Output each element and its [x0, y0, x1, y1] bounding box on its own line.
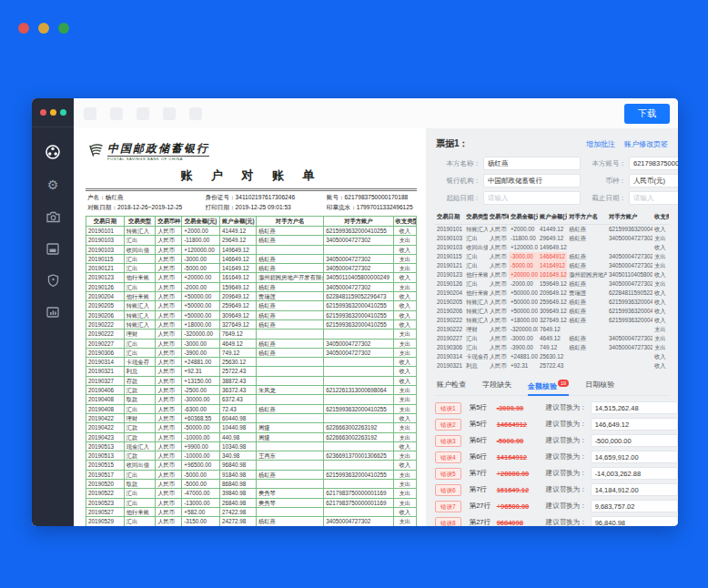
column-header: 交易类型 — [464, 211, 488, 225]
suggested-value-input[interactable] — [591, 434, 678, 447]
form-field-input-0[interactable] — [483, 157, 581, 170]
app-logo-icon[interactable] — [45, 144, 61, 160]
table-cell — [567, 352, 607, 361]
table-cell: 汇出 — [124, 517, 155, 526]
error-line-ref: 第6行 — [470, 452, 497, 461]
table-cell: 20190227 — [435, 334, 464, 343]
table-cell — [256, 413, 323, 422]
tab-1[interactable]: 账户检查 — [437, 377, 466, 396]
table-row[interactable]: 20190115汇出人民币-3000.0014664912杨红燕34050004… — [435, 252, 669, 261]
error-line-ref: 第7行 — [470, 485, 497, 494]
table-row: 20190222转账汇入人民币+18000.00327649.12杨红燕6215… — [86, 319, 417, 329]
settings-gear-icon[interactable]: ⚙ — [46, 177, 60, 192]
table-cell: 杨红燕 — [256, 517, 323, 526]
camera-icon[interactable] — [46, 209, 60, 224]
suggested-value-input[interactable] — [591, 401, 678, 414]
table-cell: 10440.98 — [219, 423, 256, 432]
tab-2[interactable]: 字段缺失 — [482, 377, 511, 396]
table-cell: 20190205 — [435, 298, 464, 307]
table-row[interactable]: 20190101转账汇入人民币+2000.0041449.12杨红燕621599… — [435, 225, 669, 234]
column-header: 交易金额(元) — [509, 211, 538, 225]
toolbar: 下载 — [74, 98, 678, 128]
form-field-label: 起始日期： — [439, 194, 480, 203]
table-row[interactable]: 20190227汇出人民币-3000.004649.12杨红燕340500047… — [435, 334, 669, 343]
shield-icon[interactable] — [46, 273, 60, 288]
table-cell: 人民币 — [488, 361, 509, 370]
toolbar-button-5[interactable] — [189, 107, 202, 120]
account-edit-tab-link[interactable]: 账户修改页签 — [624, 139, 668, 149]
close-icon[interactable] — [40, 109, 46, 116]
table-cell: 6215993632000410255 — [607, 225, 652, 234]
tab-3[interactable]: 金额核验19 — [528, 377, 569, 397]
table-cell: 支出 — [652, 325, 669, 334]
toolbar-button-3[interactable] — [137, 107, 149, 120]
table-row[interactable]: 20190314卡现金存人民币+24881.0025630.12收入 — [435, 352, 669, 361]
tab-4[interactable]: 日期核验 — [585, 377, 614, 396]
table-row[interactable]: 20190205转账汇入人民币+50000.00259649.12杨红燕6215… — [435, 298, 669, 307]
form-field-input-4[interactable] — [483, 191, 581, 205]
suggested-value-input[interactable] — [591, 516, 678, 526]
table-cell: 卡现金存 — [464, 352, 488, 361]
table-cell: 杨红燕 — [256, 282, 323, 291]
suggested-value-input[interactable] — [591, 467, 678, 480]
table-cell: 20190306 — [86, 348, 125, 357]
table-row[interactable]: 20190123他行来账人民币+20000.00161649.12滁州碧园房地产… — [435, 270, 669, 279]
toolbar-button-1[interactable] — [84, 107, 96, 120]
table-cell: 440.98 — [219, 432, 256, 441]
folder-stats-icon[interactable] — [46, 305, 60, 319]
table-cell: 309649.12 — [538, 307, 567, 316]
download-button[interactable]: 下载 — [624, 104, 670, 124]
form-field-input-1[interactable] — [629, 157, 678, 170]
table-row[interactable]: 20190222理财人民币-320000.007649.12支出 — [435, 325, 669, 334]
form-field-input-5[interactable] — [629, 191, 678, 205]
table-cell: 汇出 — [464, 261, 488, 270]
table-cell: 汇出 — [124, 404, 155, 413]
suggested-value-input[interactable] — [591, 483, 678, 496]
table-cell: 杨红燕 — [567, 334, 607, 343]
table-cell: 20190115 — [435, 252, 464, 261]
table-cell: 41449.12 — [538, 225, 567, 234]
table-cell: +9900.00 — [182, 441, 220, 451]
close-window-dot[interactable] — [18, 23, 29, 34]
album-icon[interactable] — [46, 241, 60, 256]
table-cell: 杨红燕 — [256, 301, 323, 310]
suggested-value-input[interactable] — [591, 500, 678, 512]
table-row[interactable]: 20190222转账汇入人民币+18000.00327649.12杨红燕6215… — [435, 316, 669, 325]
table-cell: 他行来账 — [464, 289, 488, 298]
table-cell: 20190222 — [435, 325, 464, 334]
table-cell: -3150.00 — [182, 517, 220, 526]
maximize-window-dot[interactable] — [58, 23, 69, 34]
table-cell: 汇出 — [124, 282, 155, 291]
form-field-input-2[interactable] — [483, 174, 581, 188]
table-row[interactable]: 20190306汇出人民币-3900.00749.12杨红燕3405000472… — [435, 343, 669, 352]
table-row[interactable]: 20190126汇出人民币-2000.00159649.12杨红燕3405000… — [435, 279, 669, 289]
table-cell: 支出 — [652, 234, 669, 243]
table-row[interactable]: 20190206转账汇入人民币+50000.00309649.12杨红燕6215… — [435, 307, 669, 316]
toolbar-button-2[interactable] — [110, 107, 123, 120]
table-row[interactable]: 20190321利息人民币+92.3125722.43收入 — [435, 361, 669, 370]
table-row[interactable]: 20190103汇出人民币-11800.0029649.12杨红燕3405000… — [435, 234, 669, 243]
table-cell: +120000.00 — [509, 243, 538, 252]
form-field: 起始日期： — [439, 191, 581, 205]
table-cell: 20190306 — [435, 343, 464, 352]
table-cell: 收入 — [393, 413, 416, 422]
table-row[interactable]: 20190121汇出人民币-5000.0014164912杨红燕34050004… — [435, 261, 669, 270]
toolbar-button-4[interactable] — [163, 107, 176, 120]
table-cell: 20190123 — [86, 273, 125, 282]
suggested-value-input[interactable] — [591, 418, 678, 431]
minimize-icon[interactable] — [50, 109, 56, 116]
table-row[interactable]: 20190204他行来账人民币+50000.00209649.12贾瑞莲6228… — [435, 289, 669, 298]
error-old-value: 14164912 — [497, 453, 546, 461]
table-cell: +18000.00 — [182, 319, 220, 329]
table-cell: 人民币 — [488, 243, 509, 252]
verification-tabs: 账户检查字段缺失金额核验19日期核验 — [435, 377, 669, 397]
table-cell: 杨红燕 — [256, 319, 323, 329]
table-row[interactable]: 20190103收回出借人民币+120000.00149649.12收入 — [435, 243, 669, 252]
form-field-input-3[interactable] — [629, 174, 678, 188]
add-annotation-link[interactable]: 增加批注 — [586, 139, 615, 149]
suggested-value-input[interactable] — [591, 451, 678, 463]
table-cell: 20190222 — [86, 319, 125, 329]
minimize-window-dot[interactable] — [38, 23, 49, 34]
zoom-icon[interactable] — [60, 109, 66, 116]
table-cell: 20190406 — [86, 386, 125, 395]
